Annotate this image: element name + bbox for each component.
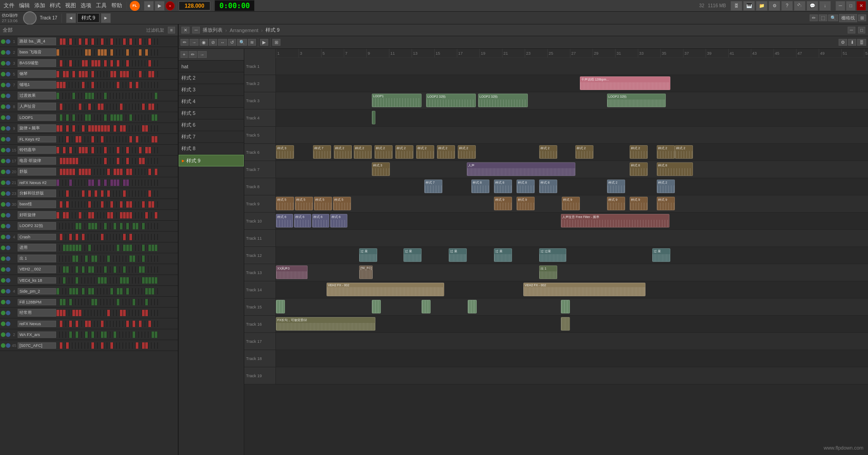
clip-block[interactable]: 样式 9 (657, 197, 675, 210)
seq-cell[interactable] (82, 147, 85, 153)
seq-cell[interactable] (120, 93, 123, 99)
seq-cell[interactable] (123, 190, 126, 197)
seq-cell[interactable] (136, 104, 139, 110)
seq-cell[interactable] (98, 342, 101, 349)
ch-blue-btn[interactable] (6, 159, 10, 163)
track-label[interactable]: Track 2 (244, 75, 276, 92)
seq-cell[interactable] (114, 71, 117, 77)
seq-cell[interactable] (155, 180, 158, 186)
seq-cell[interactable] (57, 342, 60, 349)
seq-cell[interactable] (82, 332, 85, 338)
ch-blue-btn[interactable] (6, 115, 10, 120)
seq-cell[interactable] (76, 82, 79, 88)
seq-cell[interactable] (57, 190, 60, 197)
seq-cell[interactable] (152, 71, 155, 77)
seq-cell[interactable] (117, 38, 120, 45)
seq-cell[interactable] (126, 169, 129, 175)
pattern-item-9[interactable]: ▶ 样式 9 (179, 155, 244, 166)
seq-cell[interactable] (72, 299, 76, 305)
seq-cell[interactable] (60, 114, 63, 121)
seq-cell[interactable] (139, 190, 142, 197)
seq-cell[interactable] (72, 71, 76, 77)
seq-cell[interactable] (155, 266, 158, 273)
seq-cell[interactable] (107, 234, 110, 240)
seq-cell[interactable] (63, 158, 66, 164)
seq-cell[interactable] (57, 277, 60, 284)
pl-window-max[interactable]: □ (858, 27, 865, 33)
seq-cell[interactable] (126, 201, 129, 208)
track-label[interactable]: Track 15 (244, 299, 276, 315)
seq-cell[interactable] (57, 60, 60, 66)
seq-cell[interactable] (57, 169, 60, 175)
seq-cell[interactable] (85, 266, 88, 273)
seq-cell[interactable] (145, 190, 148, 197)
seq-cell[interactable] (63, 38, 66, 45)
seq-cell[interactable] (117, 277, 120, 284)
clip-block[interactable]: 样式 8 (471, 180, 489, 193)
seq-cell[interactable] (91, 212, 95, 218)
seq-cell[interactable] (142, 93, 145, 99)
seq-cell[interactable] (101, 234, 104, 240)
channel-name[interactable]: FL Keys #2 (18, 136, 56, 142)
seq-cell[interactable] (148, 288, 152, 294)
seq-cell[interactable] (126, 82, 129, 88)
seq-cell[interactable] (60, 277, 63, 284)
seq-cell[interactable] (57, 147, 60, 153)
seq-cell[interactable] (126, 49, 129, 56)
seq-cell[interactable] (76, 277, 79, 284)
seq-cell[interactable] (69, 256, 72, 262)
seq-cell[interactable] (114, 180, 117, 186)
seq-cell[interactable] (123, 38, 126, 45)
clip-block[interactable]: 样式 8 (539, 180, 557, 193)
menu-options[interactable]: 选项 (79, 1, 93, 10)
seq-cell[interactable] (107, 71, 110, 77)
seq-cell[interactable] (98, 321, 101, 327)
seq-cell[interactable] (148, 223, 152, 229)
clip-block[interactable]: 样式 7 (424, 180, 442, 193)
seq-cell[interactable] (123, 201, 126, 208)
seq-cell[interactable] (126, 234, 129, 240)
seq-cell[interactable] (63, 342, 66, 349)
seq-cell[interactable] (136, 158, 139, 164)
seq-cell[interactable] (60, 147, 63, 153)
seq-cell[interactable] (101, 310, 104, 316)
seq-cell[interactable] (98, 71, 101, 77)
seq-cell[interactable] (123, 256, 126, 262)
seq-cell[interactable] (133, 71, 136, 77)
seq-cell[interactable] (148, 277, 152, 284)
seq-cell[interactable] (95, 277, 98, 284)
tool-draw[interactable]: ✏ (810, 14, 818, 21)
track-content[interactable] (276, 127, 868, 143)
seq-cell[interactable] (148, 114, 152, 121)
seq-cell[interactable] (120, 223, 123, 229)
seq-cell[interactable] (79, 125, 82, 132)
seq-cell[interactable] (85, 310, 88, 316)
seq-cell[interactable] (133, 104, 136, 110)
seq-cell[interactable] (120, 147, 123, 153)
seq-cell[interactable] (79, 136, 82, 142)
seq-cell[interactable] (98, 256, 101, 262)
seq-cell[interactable] (123, 147, 126, 153)
seq-cell[interactable] (142, 223, 145, 229)
track-content[interactable] (276, 350, 868, 367)
seq-cell[interactable] (126, 212, 129, 218)
seq-cell[interactable] (117, 147, 120, 153)
seq-cell[interactable] (88, 288, 91, 294)
seq-cell[interactable] (95, 71, 98, 77)
seq-cell[interactable] (155, 71, 158, 77)
clip-block[interactable]: 样式 5 (295, 197, 313, 210)
seq-cell[interactable] (148, 321, 152, 327)
seq-cell[interactable] (79, 180, 82, 186)
seq-cell[interactable] (60, 38, 63, 45)
track-label[interactable]: Track 4 (244, 109, 276, 126)
seq-cell[interactable] (82, 256, 85, 262)
seq-cell[interactable] (110, 299, 114, 305)
seq-cell[interactable] (126, 245, 129, 251)
track-label[interactable]: Track 11 (244, 230, 276, 246)
seq-cell[interactable] (66, 266, 69, 273)
seq-cell[interactable] (104, 38, 107, 45)
seq-cell[interactable] (76, 234, 79, 240)
seq-cell[interactable] (101, 38, 104, 45)
seq-cell[interactable] (148, 136, 152, 142)
seq-cell[interactable] (117, 332, 120, 338)
